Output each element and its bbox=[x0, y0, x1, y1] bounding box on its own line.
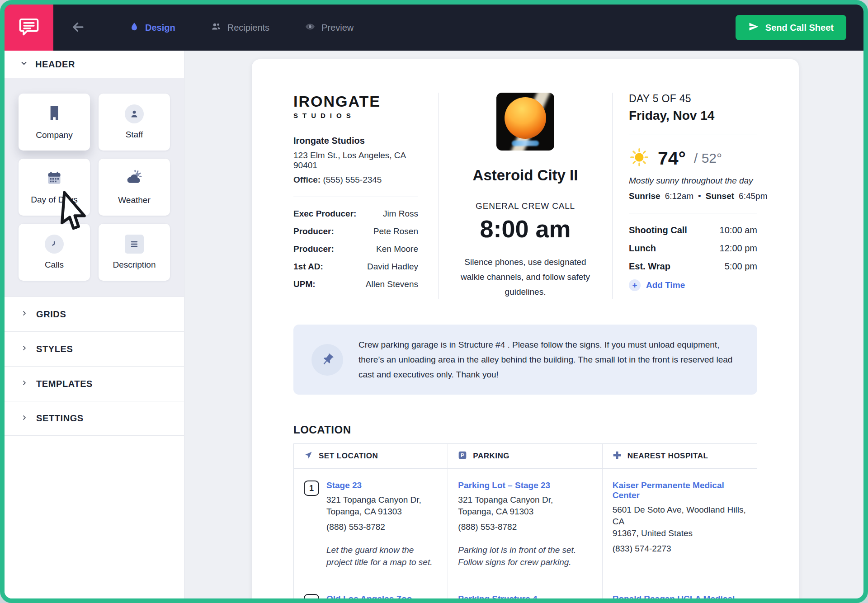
people-icon bbox=[211, 21, 222, 34]
company-block[interactable]: IRONGATE STUDIOS Irongate Studios 123 El… bbox=[293, 93, 438, 299]
crew-row: Exec Producer: Jim Ross bbox=[293, 209, 418, 219]
chevron-right-icon bbox=[21, 414, 28, 423]
sidebar-section-header[interactable]: HEADER bbox=[5, 51, 184, 78]
divider bbox=[293, 197, 418, 197]
office-label: Office: bbox=[293, 175, 321, 184]
parking-address: 321 Topanga Canyon Dr, Topanga, CA 91303 bbox=[458, 494, 592, 518]
styles-section-label: STYLES bbox=[36, 344, 73, 354]
tab-recipients[interactable]: Recipients bbox=[211, 21, 269, 34]
component-tile-description[interactable]: Description bbox=[99, 224, 170, 281]
address-line: 91367, United States bbox=[613, 528, 747, 539]
svg-text:P: P bbox=[461, 452, 464, 458]
eye-icon bbox=[305, 21, 316, 34]
top-bar: Design Recipients Previe bbox=[5, 5, 863, 51]
hospital-phone: (833) 574-2273 bbox=[613, 544, 747, 554]
day-block[interactable]: DAY 5 OF 45 Friday, Nov 14 bbox=[613, 93, 757, 299]
weather-row: 74° / 52° bbox=[629, 147, 757, 170]
crew-role: UPM: bbox=[293, 279, 316, 289]
time-value: 5:00 pm bbox=[725, 261, 757, 272]
company-office-line: Office: (555) 555-2345 bbox=[293, 175, 418, 185]
tab-preview-label: Preview bbox=[321, 23, 354, 33]
time-label: Shooting Call bbox=[629, 225, 687, 236]
parking-phone: (888) 553-8782 bbox=[458, 522, 592, 532]
tab-design[interactable]: Design bbox=[129, 21, 175, 34]
add-time-button[interactable]: + Add Time bbox=[629, 279, 685, 291]
hospital-link[interactable]: Ronald Reagan UCLA Medical Center bbox=[613, 594, 735, 598]
production-block[interactable]: Asteroid City II GENERAL CREW CALL 8:00 … bbox=[438, 93, 613, 299]
column-header-nearest-hospital: NEAREST HOSPITAL bbox=[603, 444, 757, 468]
header-components-panel: Company Staff bbox=[5, 78, 184, 297]
location-table[interactable]: SET LOCATION P PARKING NEAR bbox=[293, 443, 757, 598]
canvas-area: IRONGATE STUDIOS Irongate Studios 123 El… bbox=[184, 51, 863, 598]
sidebar-section-templates[interactable]: TEMPLATES bbox=[5, 366, 184, 401]
parking-cell: Parking Lot – Stage 23 321 Topanga Canyo… bbox=[448, 469, 602, 582]
parking-link[interactable]: Parking Structure 4 bbox=[458, 594, 537, 598]
component-tile-weather[interactable]: Weather bbox=[99, 159, 170, 216]
call-time-row: Est. Wrap 5:00 pm bbox=[629, 261, 757, 272]
tile-label: Calls bbox=[45, 260, 64, 270]
temperature-low: / 52° bbox=[694, 151, 722, 166]
set-location-link[interactable]: Old Los Angeles Zoo bbox=[326, 594, 412, 598]
address-line: 321 Topanga Canyon Dr, bbox=[326, 494, 438, 506]
call-sheet-header: IRONGATE STUDIOS Irongate Studios 123 El… bbox=[293, 93, 757, 299]
building-icon bbox=[45, 104, 63, 124]
call-sheet-card: IRONGATE STUDIOS Irongate Studios 123 El… bbox=[252, 59, 799, 598]
set-location-address: 321 Topanga Canyon Dr, Topanga, CA 91303 bbox=[326, 494, 438, 518]
tile-label: Company bbox=[36, 130, 72, 140]
crew-name: Jim Ross bbox=[383, 209, 418, 219]
sunset-value: 6:45pm bbox=[739, 191, 767, 201]
hospital-link[interactable]: Kaiser Permanente Medical Center bbox=[613, 481, 724, 500]
chevron-down-icon bbox=[20, 59, 28, 69]
time-value: 12:00 pm bbox=[720, 243, 757, 254]
parking-note: Parking lot is in front of the set. Foll… bbox=[458, 544, 592, 568]
component-tile-day-of-days[interactable]: Day of Days bbox=[19, 159, 90, 216]
set-location-phone: (888) 553-8782 bbox=[326, 522, 438, 532]
top-tabs: Design Recipients Previe bbox=[129, 21, 354, 34]
location-table-header: SET LOCATION P PARKING NEAR bbox=[294, 444, 757, 469]
shoot-date: Friday, Nov 14 bbox=[629, 108, 757, 123]
address-line: Topanga, CA 91303 bbox=[326, 506, 438, 518]
location-number-badge: 1 bbox=[304, 481, 319, 496]
tile-label: Description bbox=[113, 260, 156, 270]
send-call-sheet-button[interactable]: Send Call Sheet bbox=[736, 15, 846, 40]
location-row: 1 Stage 23 321 Topanga Canyon Dr, Topang… bbox=[294, 469, 757, 582]
app-logo[interactable] bbox=[5, 5, 53, 51]
sidebar-section-styles[interactable]: STYLES bbox=[5, 331, 184, 366]
component-tile-company[interactable]: Company bbox=[19, 94, 90, 151]
call-time-row: Lunch 12:00 pm bbox=[629, 243, 757, 254]
set-location-link[interactable]: Stage 23 bbox=[326, 481, 362, 490]
component-tile-staff[interactable]: Staff bbox=[99, 94, 170, 151]
temperature-high: 74° bbox=[658, 148, 686, 169]
location-number-badge: 2 bbox=[304, 594, 319, 598]
location-section-title: LOCATION bbox=[293, 424, 757, 436]
chevron-right-icon bbox=[21, 379, 28, 388]
call-time-row: Shooting Call 10:00 am bbox=[629, 225, 757, 236]
column-label: NEAREST HOSPITAL bbox=[627, 452, 708, 461]
sunset-label: Sunset bbox=[706, 191, 734, 201]
crew-name: David Hadley bbox=[367, 262, 418, 272]
design-sidebar: HEADER Company bbox=[5, 51, 184, 598]
note-block[interactable]: Crew parking garage is in Structure #4 .… bbox=[293, 325, 757, 395]
sidebar-section-settings[interactable]: SETTINGS bbox=[5, 401, 184, 436]
set-location-cell: 2 Old Los Angeles Zoo 4801 Griffith Park… bbox=[294, 582, 448, 598]
general-crew-call-time: 8:00 am bbox=[480, 215, 571, 243]
general-crew-call-label: GENERAL CREW CALL bbox=[476, 201, 575, 211]
hospital-cell: Ronald Reagan UCLA Medical Center 757 We… bbox=[603, 582, 757, 598]
tile-label: Staff bbox=[126, 130, 143, 140]
tab-preview[interactable]: Preview bbox=[305, 21, 354, 34]
calendar-icon bbox=[46, 170, 63, 188]
cloud-icon bbox=[125, 169, 143, 189]
column-label: SET LOCATION bbox=[319, 452, 378, 461]
dot-separator: • bbox=[698, 191, 701, 201]
back-button[interactable] bbox=[71, 19, 86, 36]
navigation-icon bbox=[304, 451, 313, 462]
sidebar-section-grids[interactable]: GRIDS bbox=[5, 297, 184, 331]
address-line: 5601 De Soto Ave, Woodland Hills, CA bbox=[613, 504, 747, 528]
parking-link[interactable]: Parking Lot – Stage 23 bbox=[458, 481, 550, 490]
component-tile-calls[interactable]: Calls bbox=[19, 224, 90, 281]
divider bbox=[629, 213, 757, 213]
sunrise-sunset-line: Sunrise 6:12am • Sunset 6:45pm bbox=[629, 191, 757, 201]
crew-name: Pete Rosen bbox=[373, 226, 418, 236]
day-of-days: DAY 5 OF 45 bbox=[629, 93, 757, 105]
divider bbox=[629, 135, 757, 135]
